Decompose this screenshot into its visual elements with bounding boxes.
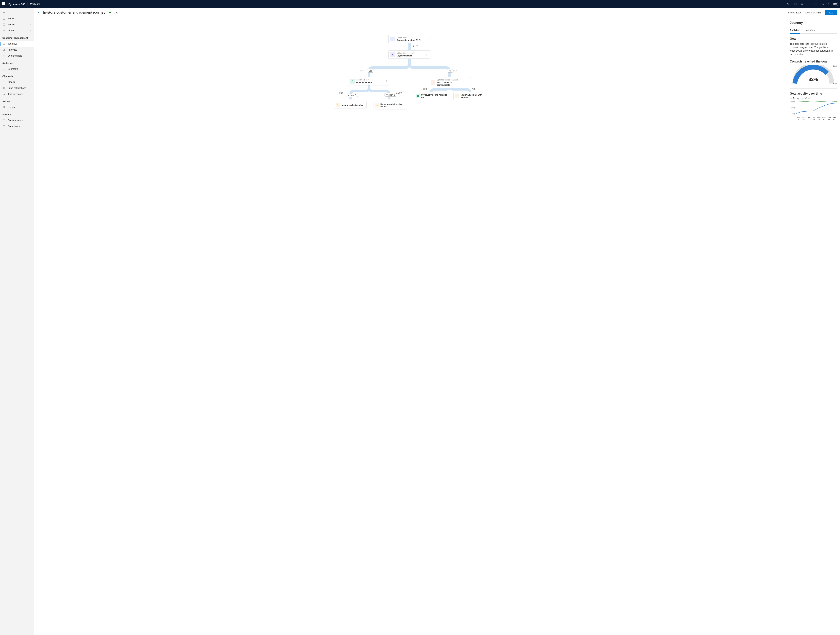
library-icon [3, 106, 5, 109]
svg-rect-30 [457, 95, 458, 97]
node-branch[interactable]: Add an if/then branchLoyalty member ⋮ [388, 51, 430, 58]
page-header: In-store customer engagement journey Liv… [34, 8, 840, 17]
branch-node-icon [390, 52, 395, 57]
goal-heading: Goal [790, 37, 837, 41]
search-icon[interactable] [785, 0, 792, 8]
help-icon[interactable] [826, 0, 832, 8]
sidebar-item-home[interactable]: Home [0, 16, 34, 22]
app-launcher-icon[interactable] [2, 2, 5, 6]
sidebar-label: Library [8, 106, 15, 109]
clock-icon [3, 23, 5, 26]
more-icon[interactable]: ⋮ [425, 37, 429, 41]
svg-rect-21 [3, 106, 4, 108]
target-icon[interactable] [792, 0, 799, 8]
sidebar-item-analytics[interactable]: Analytics [0, 47, 34, 53]
svg-rect-28 [377, 105, 377, 106]
compliance-icon [3, 125, 5, 128]
settings-icon[interactable] [819, 0, 826, 8]
chevron-down-icon [29, 29, 31, 32]
journey-canvas[interactable]: Trigger eventConnect to in-store Wi-Fi ⋮… [34, 17, 786, 635]
svg-rect-18 [3, 81, 5, 83]
panel-tabs: Analytics Properties [790, 28, 837, 33]
more-icon[interactable]: ⋮ [465, 81, 469, 84]
sidebar-item-text[interactable]: Text messages [0, 91, 34, 97]
gauge-chart: 82% 0 100% 1,680 [790, 65, 837, 88]
tab-analytics[interactable]: Analytics [790, 28, 800, 33]
gauge-heading: Contacts reached the goal [790, 60, 837, 63]
sidebar-label: Segments [8, 68, 18, 70]
back-arrow-icon[interactable] [38, 11, 41, 14]
sidebar-item-compliance[interactable]: Compliance [0, 123, 34, 130]
hamburger-icon[interactable] [0, 8, 34, 16]
svg-rect-14 [3, 50, 3, 51]
count-opt-left: 980 [423, 88, 427, 90]
sidebar-item-pinned[interactable]: Pinned [0, 28, 34, 33]
sidebar-label: Home [8, 17, 14, 20]
home-icon [3, 17, 5, 20]
svg-rect-16 [5, 49, 5, 51]
section-customer-engagement: Customer engagement [0, 33, 34, 41]
sidebar-label: Compliance [8, 125, 20, 128]
leaf-instore-offer[interactable]: In-store exclusive offer [334, 102, 366, 109]
svg-rect-26 [392, 38, 393, 39]
svg-point-29 [417, 95, 419, 97]
sidebar-item-library[interactable]: Library [0, 104, 34, 110]
goal-description: The goal here is to improve in-store cus… [790, 42, 837, 56]
sidebar-item-recent[interactable]: Recent [0, 22, 34, 28]
section-settings: Settings [0, 110, 34, 117]
sidebar-item-consent[interactable]: Consent center [0, 117, 34, 123]
node-abtest[interactable]: Add an A/B testOffer experiment ⋮ [348, 77, 390, 85]
app-name: Marketing [30, 3, 40, 5]
gauge-hundred: 100% [831, 82, 837, 85]
more-icon[interactable]: ⋮ [385, 79, 388, 83]
count-no: 1,400 [454, 70, 459, 72]
gauge-percent: 82% [808, 77, 818, 82]
panel-title: Journey [790, 21, 837, 25]
more-icon[interactable]: ⋮ [425, 52, 429, 57]
avatar[interactable]: MT [833, 2, 838, 6]
offer-icon [336, 103, 340, 107]
email-icon [3, 81, 5, 83]
svg-rect-24 [3, 119, 5, 121]
svg-rect-23 [5, 106, 5, 108]
svg-point-13 [5, 44, 5, 45]
sidebar-label: Event triggers [8, 54, 22, 57]
chevron-down-icon [29, 23, 31, 26]
message-icon [3, 93, 5, 95]
sidebar-item-journeys[interactable]: Journeys [0, 41, 34, 47]
trigger-node-icon [390, 36, 395, 41]
analytics-icon [3, 48, 5, 51]
leaf-loyalty-2[interactable]: 500 loyalty points with sign-up [453, 92, 487, 100]
sidebar-label: Push notifications [8, 87, 26, 89]
offer-icon [375, 103, 379, 107]
node-trigger[interactable]: Trigger eventConnect to in-store Wi-Fi ⋮ [388, 35, 430, 43]
stop-button[interactable]: Stop [825, 10, 837, 15]
inflow-metric: Inflow: 4,100 [788, 11, 801, 14]
sidebar-item-push[interactable]: Push notifications [0, 85, 34, 91]
sidebar-item-event-triggers[interactable]: Event triggers [0, 53, 34, 59]
sidebar-item-segments[interactable]: Segments [0, 66, 34, 72]
chat-icon [416, 94, 420, 98]
pill-version-b: Version B [384, 93, 397, 96]
pill-yes: Yes [367, 69, 374, 73]
count-opt-right: 420 [472, 88, 475, 90]
sidebar: Home Recent Pinned Customer engagement J… [0, 8, 34, 635]
sidebar-item-emails[interactable]: Emails [0, 79, 34, 85]
plus-icon[interactable] [805, 0, 812, 8]
count-a: 1,350 [338, 92, 343, 95]
leaf-loyalty-1[interactable]: 500 loyalty points with sign-up [414, 92, 450, 100]
svg-point-20 [4, 88, 4, 89]
gauge-zero: 0 [791, 82, 792, 85]
section-assets: Assets [0, 97, 34, 104]
count-b: 1,350 [396, 92, 402, 94]
section-audience: Audience [0, 59, 34, 66]
filter-icon[interactable] [812, 0, 819, 8]
lightbulb-icon[interactable] [799, 0, 805, 8]
svg-line-1 [789, 5, 790, 5]
node-optimize[interactable]: Optimize across channelsBest channel to … [429, 77, 471, 88]
pill-no: No [447, 69, 453, 73]
sidebar-label: Journeys [8, 42, 17, 45]
sidebar-label: Text messages [8, 93, 23, 95]
leaf-recommendations[interactable]: Recommendations just for you [373, 102, 407, 109]
tab-properties[interactable]: Properties [804, 28, 815, 33]
